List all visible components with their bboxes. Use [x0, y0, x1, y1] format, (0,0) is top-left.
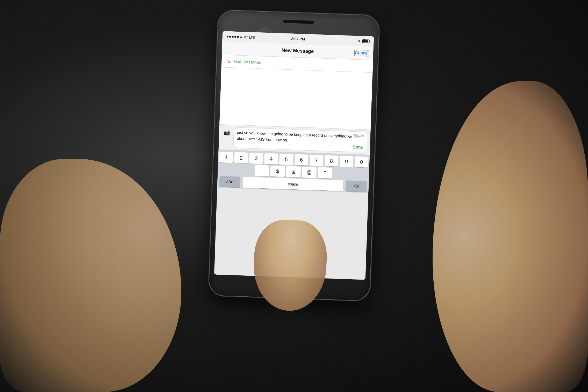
- signal-dot-5: [237, 36, 239, 38]
- signal-dot-3: [232, 36, 234, 38]
- to-label: To:: [226, 59, 231, 64]
- compose-row: 📷 just so you know, I'm going to be keep…: [222, 127, 367, 152]
- key-1[interactable]: 1: [219, 152, 233, 163]
- key-delete[interactable]: ⌫: [346, 180, 367, 192]
- key-7[interactable]: 7: [309, 155, 324, 166]
- camera-button[interactable]: 📷: [222, 128, 232, 137]
- message-body-area[interactable]: [219, 67, 372, 130]
- message-text-content: just so you know, I'm going to be keepin…: [237, 130, 364, 146]
- battery-icon: [362, 39, 369, 43]
- cancel-button[interactable]: Cancel: [354, 49, 369, 56]
- carrier-info: AT&T LTE: [227, 34, 255, 39]
- bluetooth-icon: ✷: [358, 39, 361, 43]
- keyboard[interactable]: 1 2 3 4 5 6 7 8 9 0 - $ & @ ": [217, 149, 370, 193]
- signal-dot-1: [227, 35, 228, 37]
- key-2[interactable]: 2: [234, 152, 248, 163]
- camera-icon: 📷: [224, 129, 230, 136]
- key-9[interactable]: 9: [339, 156, 354, 167]
- char-count: 100/160: [354, 134, 364, 137]
- carrier-name: AT&T LTE: [240, 35, 255, 39]
- phone: AT&T LTE 2:07 PM ✷ New Message Cancel To…: [209, 10, 379, 301]
- key-dollar[interactable]: $: [270, 166, 285, 177]
- message-input[interactable]: just so you know, I'm going to be keepin…: [233, 127, 367, 153]
- signal-strength: [227, 35, 239, 38]
- key-space[interactable]: space: [243, 177, 343, 191]
- key-abc[interactable]: ABC: [219, 176, 240, 188]
- signal-dot-4: [234, 36, 236, 38]
- nav-title: New Message: [281, 47, 314, 54]
- recipient-name: Mathew Honan: [233, 59, 261, 65]
- send-button[interactable]: Send: [353, 145, 363, 150]
- signal-dot-2: [229, 35, 231, 37]
- key-4[interactable]: 4: [264, 153, 278, 165]
- key-dash[interactable]: -: [254, 165, 269, 176]
- key-3[interactable]: 3: [249, 153, 263, 164]
- key-6[interactable]: 6: [294, 154, 309, 166]
- battery-fill: [363, 40, 368, 42]
- status-time: 2:07 PM: [291, 37, 305, 41]
- earpiece: [283, 20, 314, 24]
- key-quote[interactable]: ": [318, 167, 332, 179]
- key-at[interactable]: @: [302, 167, 317, 178]
- status-right-icons: ✷: [358, 39, 369, 44]
- key-ampersand[interactable]: &: [286, 166, 301, 177]
- key-0[interactable]: 0: [354, 156, 369, 168]
- key-5[interactable]: 5: [279, 154, 293, 165]
- key-8[interactable]: 8: [324, 155, 339, 167]
